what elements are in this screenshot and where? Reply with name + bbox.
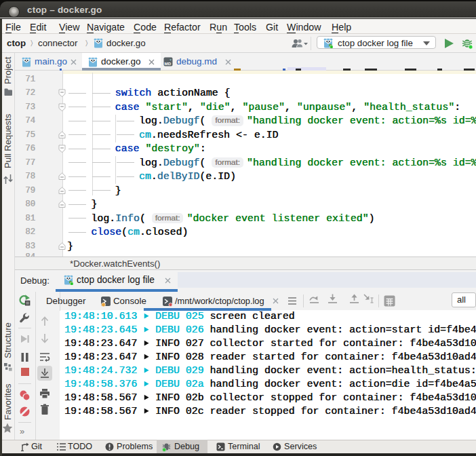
- svg-text:MD: MD: [165, 61, 172, 66]
